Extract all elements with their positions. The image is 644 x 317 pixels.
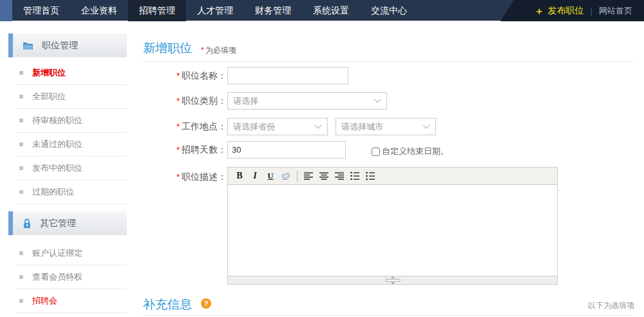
job-category-label: *职位类别： xyxy=(143,92,227,110)
recruit-days-input[interactable] xyxy=(227,141,346,158)
page: 管理首页 企业资料 招聘管理 人才管理 财务管理 系统设置 交流中心 ＋ 发布职… xyxy=(0,0,644,317)
help-icon[interactable]: ? xyxy=(201,298,211,309)
bullet-icon xyxy=(19,71,23,75)
align-right-button[interactable] xyxy=(332,169,346,183)
supplement-separator xyxy=(143,315,634,316)
underline-button[interactable]: U xyxy=(263,169,278,183)
align-center-button[interactable] xyxy=(317,169,331,183)
sidebar-item-job-fair[interactable]: 招聘会 xyxy=(16,289,126,313)
bold-button[interactable]: B xyxy=(232,169,247,183)
nav-divider: | xyxy=(591,6,592,15)
custom-end-date-row: 自定义结束日期。 xyxy=(372,146,449,157)
sidebar-item-label: 发布中的职位 xyxy=(32,162,82,174)
page-title: 新增职位 xyxy=(143,40,192,57)
sidebar-item-label: 过期的职位 xyxy=(32,186,74,198)
custom-end-date-label[interactable]: 自定义结束日期。 xyxy=(382,146,449,157)
job-description-editor: B I U xyxy=(227,167,558,285)
bullet-icon xyxy=(19,251,23,255)
sidebar-section-title: 其它管理 xyxy=(40,218,76,229)
sidebar-item-label: 查看会员特权 xyxy=(32,271,82,283)
bullet-icon xyxy=(19,142,23,146)
label-text: 职位类别： xyxy=(182,95,227,106)
required-note-text: 为必填项 xyxy=(205,46,236,55)
required-star: * xyxy=(201,46,204,55)
sidebar-item-label: 新增职位 xyxy=(32,67,66,79)
sidebar-item-new-job[interactable]: 新增职位 xyxy=(16,61,126,85)
nav-item-exchange-center[interactable]: 交流中心 xyxy=(360,0,418,21)
ordered-list-button[interactable] xyxy=(348,169,362,183)
sidebar-item-member-privileges[interactable]: 查看会员特权 xyxy=(16,265,126,289)
sidebar-item-label: 账户认证绑定 xyxy=(32,247,82,259)
nav-item-admin-home[interactable]: 管理首页 xyxy=(12,0,70,21)
select-value: 请选择 xyxy=(233,95,258,107)
plus-icon: ＋ xyxy=(535,6,544,15)
site-home-link[interactable]: 网站首页 xyxy=(599,5,632,17)
align-left-button[interactable] xyxy=(301,169,316,183)
sidebar-item-label: 招聘会 xyxy=(32,295,57,307)
required-star: * xyxy=(176,71,180,81)
nav-items: 管理首页 企业资料 招聘管理 人才管理 财务管理 系统设置 交流中心 xyxy=(12,0,418,21)
required-note: *为必填项 xyxy=(201,45,236,56)
sidebar-item-label: 待审核的职位 xyxy=(32,115,82,126)
sidebar-item-all-jobs[interactable]: 全部职位 xyxy=(16,85,126,109)
sidebar-section-other-manage: 其它管理 xyxy=(8,211,127,235)
editor-resize-handle[interactable] xyxy=(228,276,557,284)
nav-item-system-settings[interactable]: 系统设置 xyxy=(302,0,360,21)
required-star: * xyxy=(176,145,180,155)
lock-icon xyxy=(23,218,32,229)
sidebar-item-expired-jobs[interactable]: 过期的职位 xyxy=(16,180,126,204)
required-star: * xyxy=(176,96,180,106)
chevron-down-icon xyxy=(422,124,430,129)
bullet-icon xyxy=(19,190,23,194)
optional-note: 以下为选填项 xyxy=(588,300,634,311)
job-description-label: *职位描述： xyxy=(143,168,227,186)
bullet-icon xyxy=(19,275,23,279)
work-location-label: *工作地点： xyxy=(143,118,227,135)
chevron-down-icon xyxy=(314,124,322,129)
bullet-icon xyxy=(19,166,23,170)
nav-right-corner: ＋ 发布职位 | 网站首页 xyxy=(496,0,644,21)
recruit-days-label: *招聘天数： xyxy=(143,141,227,158)
nav-item-recruit-manage[interactable]: 招聘管理 xyxy=(128,0,186,21)
title-separator xyxy=(143,61,634,62)
sidebar-item-pending-jobs[interactable]: 待审核的职位 xyxy=(16,109,126,133)
nav-item-finance-manage[interactable]: 财务管理 xyxy=(244,0,302,21)
custom-end-date-checkbox[interactable] xyxy=(372,148,380,156)
resize-grip-icon xyxy=(385,276,401,284)
supplement-title: 补充信息 xyxy=(143,296,192,313)
sidebar-item-rejected-jobs[interactable]: 未通过的职位 xyxy=(16,133,126,157)
sidebar-section-job-manage: 职位管理 xyxy=(8,34,127,57)
city-select[interactable]: 请选择城市 xyxy=(336,118,436,135)
sidebar-job-items: 新增职位 全部职位 待审核的职位 未通过的职位 发布中的职位 过期的职位 xyxy=(16,61,126,204)
sidebar-item-label: 全部职位 xyxy=(32,91,66,102)
job-name-label: *职位名称： xyxy=(143,67,227,84)
italic-button[interactable]: I xyxy=(248,169,262,183)
sidebar-item-label: 未通过的职位 xyxy=(32,139,82,150)
sidebar-item-account-binding[interactable]: 账户认证绑定 xyxy=(16,242,126,265)
unordered-list-button[interactable] xyxy=(363,169,377,183)
job-category-select[interactable]: 请选择 xyxy=(227,92,387,110)
province-select[interactable]: 请选择省份 xyxy=(227,118,328,135)
label-text: 招聘天数： xyxy=(182,144,227,155)
sidebar-item-publishing-jobs[interactable]: 发布中的职位 xyxy=(16,157,126,180)
required-star: * xyxy=(176,122,180,131)
required-star: * xyxy=(176,172,180,182)
label-text: 工作地点： xyxy=(182,121,227,131)
select-value: 请选择城市 xyxy=(341,121,383,133)
editor-toolbar: B I U xyxy=(228,168,557,185)
nav-item-company-profile[interactable]: 企业资料 xyxy=(70,0,128,21)
publish-job-button[interactable]: 发布职位 xyxy=(548,5,584,17)
toolbar-divider xyxy=(297,171,298,182)
label-text: 职位描述： xyxy=(182,171,227,182)
bullet-icon xyxy=(19,299,23,303)
chevron-down-icon xyxy=(374,99,381,103)
nav-item-talent-manage[interactable]: 人才管理 xyxy=(186,0,244,21)
remove-format-button[interactable] xyxy=(279,169,293,183)
job-name-input[interactable] xyxy=(227,67,348,84)
editor-content[interactable] xyxy=(228,185,557,276)
bullet-icon xyxy=(19,119,23,122)
bullet-icon xyxy=(19,95,23,99)
label-text: 职位名称： xyxy=(182,70,227,81)
select-value: 请选择省份 xyxy=(233,121,275,133)
sidebar-other-items: 账户认证绑定 查看会员特权 招聘会 xyxy=(16,242,126,313)
